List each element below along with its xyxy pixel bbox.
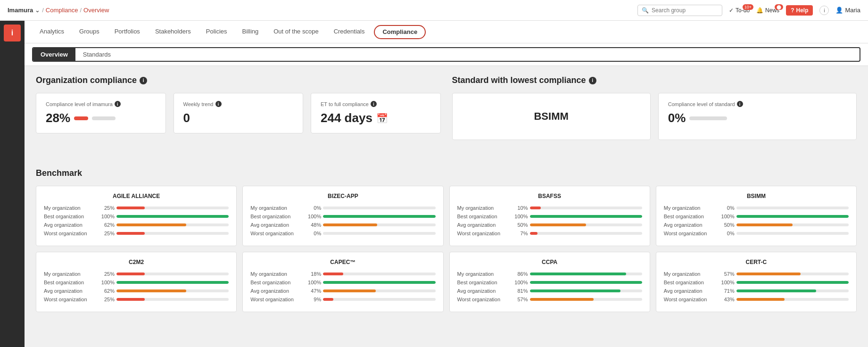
calendar-icon: 📅 [376, 113, 388, 124]
bench-bar-container-1-3 [323, 232, 435, 235]
sidebar-logo[interactable]: i [4, 25, 21, 41]
bench-bar-2-2 [530, 223, 586, 226]
benchmark-card-bsimm: BSIMMMy organization0%Best organization1… [656, 186, 857, 246]
et-full-info-icon[interactable]: i [371, 101, 377, 107]
bench-label-5-1: Best organization [250, 280, 302, 285]
bench-row-3-1: Best organization100% [664, 214, 849, 219]
bench-bar-container-1-2 [323, 223, 435, 226]
bench-bar-container-0-0 [116, 207, 229, 209]
bench-label-5-0: My organization [250, 271, 302, 277]
benchmark-card-title-1: BIZEC-APP [250, 193, 435, 199]
bench-bar-container-2-1 [530, 215, 642, 218]
standard-lowest-section: Standard with lowest compliance i BSIMM … [452, 75, 857, 155]
breadcrumb-sep1: / [42, 7, 44, 14]
bench-pct-7-1: 100% [718, 280, 735, 285]
benchmark-card-c2m2: C2M2My organization25%Best organization1… [36, 252, 237, 312]
bench-row-2-2: Avg organization50% [457, 222, 642, 228]
benchmark-card-bizec-app: BIZEC-APPMy organization0%Best organizat… [242, 186, 443, 246]
benchmark-card-title-4: C2M2 [44, 259, 229, 265]
bench-row-5-2: Avg organization47% [250, 288, 435, 294]
standard-name-card: BSIMM [452, 93, 651, 140]
bench-label-1-0: My organization [250, 205, 302, 211]
tab-billing[interactable]: Billing [235, 21, 266, 43]
tab-policies[interactable]: Policies [198, 21, 235, 43]
bench-pct-3-2: 50% [718, 222, 735, 228]
bench-pct-0-1: 100% [98, 214, 115, 219]
bench-bar-container-7-1 [736, 281, 849, 284]
tab-credentials[interactable]: Credentials [326, 21, 372, 43]
bench-bar-container-0-3 [116, 232, 229, 235]
bench-label-2-0: My organization [457, 205, 509, 211]
bench-row-5-1: Best organization100% [250, 280, 435, 285]
bench-bar-container-3-0 [736, 207, 849, 209]
bench-pct-6-1: 100% [511, 280, 528, 285]
bench-bar-container-4-3 [116, 298, 229, 301]
bench-bar-7-1 [736, 281, 849, 284]
breadcrumb-org[interactable]: Imamura [8, 7, 33, 14]
bench-row-6-3: Worst organization57% [457, 297, 642, 302]
bench-row-1-1: Best organization100% [250, 214, 435, 219]
search-icon: 🔍 [642, 7, 649, 14]
search-box[interactable]: 🔍 [637, 5, 722, 16]
bench-bar-5-1 [323, 281, 435, 284]
bench-label-3-1: Best organization [664, 214, 716, 219]
bench-bar-2-3 [530, 232, 538, 235]
tab-groups[interactable]: Groups [72, 21, 107, 43]
bench-row-7-0: My organization57% [664, 271, 849, 277]
bench-bar-container-2-0 [530, 207, 642, 209]
tab-portfolios[interactable]: Portfolios [107, 21, 148, 43]
standard-lowest-cards: BSIMM Compliance level of standard i 0% [452, 93, 857, 140]
tab-out-of-scope[interactable]: Out of the scope [266, 21, 326, 43]
standard-lowest-info-icon[interactable]: i [589, 77, 596, 84]
bench-row-3-3: Worst organization0% [664, 231, 849, 236]
tab-analytics[interactable]: Analytics [32, 21, 72, 43]
bench-row-3-2: Avg organization50% [664, 222, 849, 228]
sub-tab-standards[interactable]: Standards [75, 48, 118, 61]
search-input[interactable] [652, 7, 718, 14]
todo-button[interactable]: ✓ To-do 10+ [729, 7, 750, 14]
weekly-trend-info-icon[interactable]: i [215, 101, 222, 107]
benchmark-card-bsafss: BSAFSSMy organization10%Best organizatio… [449, 186, 650, 246]
bench-label-4-3: Worst organization [44, 297, 96, 302]
bench-label-5-3: Worst organization [250, 297, 302, 302]
bench-row-0-3: Worst organization25% [44, 231, 229, 236]
news-button[interactable]: 🔔 News ⬤ [756, 7, 779, 14]
bench-bar-6-3 [530, 298, 594, 301]
standard-bar-bg [689, 116, 727, 120]
bench-bar-container-5-2 [323, 289, 435, 292]
benchmark-card-title-2: BSAFSS [457, 193, 642, 199]
bench-bar-4-2 [116, 289, 186, 292]
breadcrumb-compliance[interactable]: Compliance [46, 7, 78, 14]
standard-compliance-info-icon[interactable]: i [737, 101, 743, 107]
bench-label-6-0: My organization [457, 271, 509, 277]
benchmark-card-title-7: CERT-C [664, 259, 849, 265]
user-menu[interactable]: 👤 Maria [835, 7, 860, 14]
bench-bar-0-2 [116, 223, 186, 226]
bench-bar-5-3 [323, 298, 333, 301]
bench-pct-1-1: 100% [304, 214, 321, 219]
dropdown-arrow-icon: ⌄ [35, 7, 40, 14]
bench-bar-container-3-3 [736, 232, 849, 235]
bench-bar-container-0-1 [116, 215, 229, 218]
tab-stakeholders[interactable]: Stakeholders [148, 21, 198, 43]
compliance-bar-bg [92, 116, 116, 120]
bench-label-7-1: Best organization [664, 280, 716, 285]
bench-bar-3-2 [736, 223, 793, 226]
bench-bar-6-1 [530, 281, 642, 284]
bench-pct-3-1: 100% [718, 214, 735, 219]
bench-row-6-2: Avg organization81% [457, 288, 642, 294]
standard-name-value: BSIMM [462, 101, 641, 132]
breadcrumb-overview[interactable]: Overview [83, 7, 109, 14]
sub-tab-overview[interactable]: Overview [33, 48, 75, 61]
info-icon-button[interactable]: i [819, 6, 829, 15]
bench-row-1-2: Avg organization48% [250, 222, 435, 228]
bench-pct-0-3: 25% [98, 231, 115, 236]
compliance-level-info-icon[interactable]: i [115, 101, 121, 107]
org-compliance-info-icon[interactable]: i [140, 77, 147, 84]
tab-compliance[interactable]: Compliance [374, 25, 426, 39]
bench-bar-container-6-1 [530, 281, 642, 284]
bench-row-7-2: Avg organization71% [664, 288, 849, 294]
org-compliance-section: Organization compliance i Compliance lev… [36, 75, 441, 155]
bench-label-4-2: Avg organization [44, 288, 96, 294]
help-button[interactable]: ? Help [786, 5, 813, 16]
